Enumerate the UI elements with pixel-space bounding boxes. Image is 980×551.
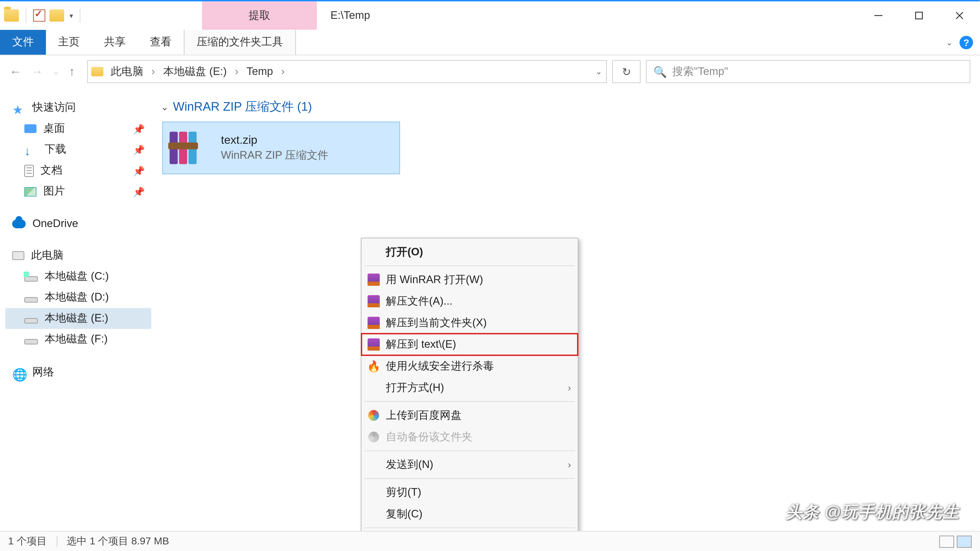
new-folder-icon[interactable] xyxy=(49,10,64,22)
sidebar-item-network[interactable]: 🌐网络 xyxy=(5,362,151,383)
properties-icon[interactable] xyxy=(33,10,45,22)
sidebar-item-desktop[interactable]: 桌面📌 xyxy=(5,118,151,139)
tab-file[interactable]: 文件 xyxy=(0,30,46,55)
content-pane[interactable]: ⌄ WinRAR ZIP 压缩文件 (1) text.zip WinRAR ZI… xyxy=(157,88,980,531)
drive-icon xyxy=(24,297,38,302)
menu-open-with[interactable]: 打开方式(H)› xyxy=(362,377,578,399)
sidebar-item-this-pc[interactable]: 此电脑 xyxy=(5,245,151,266)
folder-icon xyxy=(88,67,107,76)
maximize-button[interactable] xyxy=(899,2,939,30)
address-bar[interactable]: 此电脑 本地磁盘 (E:) Temp ⌄ xyxy=(87,60,607,83)
address-dropdown-icon[interactable]: ⌄ xyxy=(595,67,602,76)
sidebar-label: 下载 xyxy=(45,143,66,157)
menu-open-with-winrar[interactable]: 用 WinRAR 打开(W) xyxy=(362,269,578,291)
up-button[interactable]: ↑ xyxy=(69,64,75,79)
history-dropdown-icon[interactable]: ⌄ xyxy=(52,67,59,76)
search-box[interactable]: 🔍 搜索"Temp" xyxy=(646,60,970,83)
menu-copy[interactable]: 复制(C) xyxy=(362,503,578,525)
ribbon-tabs: 文件 主页 共享 查看 压缩的文件夹工具 ⌄ ? xyxy=(0,30,980,56)
winrar-icon xyxy=(367,294,380,308)
menu-open[interactable]: 打开(O) xyxy=(362,241,578,263)
window-title: E:\Temp xyxy=(317,2,858,30)
menu-extract-here[interactable]: 解压到当前文件夹(X) xyxy=(362,312,578,333)
sidebar-item-drive-f[interactable]: 本地磁盘 (F:) xyxy=(5,329,151,350)
sidebar-item-drive-c[interactable]: 本地磁盘 (C:) xyxy=(5,266,151,287)
tab-compressed-tools[interactable]: 压缩的文件夹工具 xyxy=(184,30,296,55)
back-button[interactable]: ← xyxy=(10,64,22,79)
sidebar-label: 文档 xyxy=(40,164,62,178)
menu-label: 使用火绒安全进行杀毒 xyxy=(386,359,494,373)
menu-label: 自动备份该文件夹 xyxy=(386,430,473,444)
sidebar-label: 图片 xyxy=(43,184,65,198)
group-header[interactable]: ⌄ WinRAR ZIP 压缩文件 (1) xyxy=(161,99,975,115)
menu-auto-backup: 自动备份该文件夹 xyxy=(362,426,578,448)
sidebar-item-drive-e[interactable]: 本地磁盘 (E:) xyxy=(5,308,151,329)
refresh-button[interactable]: ↻ xyxy=(612,60,641,83)
status-selection: 选中 1 个项目 8.97 MB xyxy=(67,535,169,548)
sidebar-label: 快速访问 xyxy=(32,101,76,115)
tab-share[interactable]: 共享 xyxy=(92,30,138,55)
collapse-ribbon-icon[interactable]: ⌄ xyxy=(946,38,953,47)
status-item-count: 1 个项目 xyxy=(8,535,47,548)
pin-icon: 📌 xyxy=(133,165,145,176)
sidebar-label: 桌面 xyxy=(43,121,65,136)
sidebar-item-onedrive[interactable]: OneDrive xyxy=(5,214,151,233)
tiles-view-icon[interactable] xyxy=(957,535,972,548)
contextual-tab-extract[interactable]: 提取 xyxy=(202,2,317,30)
file-item-selected[interactable]: text.zip WinRAR ZIP 压缩文件 xyxy=(162,121,400,174)
drive-icon xyxy=(24,318,38,323)
quick-access-toolbar: ▾ xyxy=(0,2,87,30)
help-icon[interactable]: ? xyxy=(959,35,973,49)
search-placeholder: 搜索"Temp" xyxy=(672,64,728,79)
menu-label: 上传到百度网盘 xyxy=(386,408,461,422)
details-view-icon[interactable] xyxy=(939,535,954,548)
sidebar-label: 此电脑 xyxy=(31,249,64,263)
folder-icon[interactable] xyxy=(4,10,19,22)
qat-dropdown-icon[interactable]: ▾ xyxy=(70,12,73,19)
sidebar-label: 网络 xyxy=(32,365,54,380)
breadcrumb[interactable]: Temp xyxy=(243,66,289,78)
menu-extract-to-folder[interactable]: 解压到 text\(E) xyxy=(362,333,578,355)
menu-extract-files[interactable]: 解压文件(A)... xyxy=(362,291,578,312)
forward-button[interactable]: → xyxy=(31,64,43,79)
breadcrumb[interactable]: 此电脑 xyxy=(107,64,159,79)
menu-label: 打开方式(H) xyxy=(386,381,444,395)
watermark: 头条 @玩手机的张先生 xyxy=(786,501,959,522)
menu-label: 用 WinRAR 打开(W) xyxy=(386,273,483,287)
separator xyxy=(364,527,575,528)
menu-label: 解压到当前文件夹(X) xyxy=(386,316,487,330)
sidebar-label: 本地磁盘 (C:) xyxy=(45,269,109,284)
minimize-button[interactable] xyxy=(858,2,899,30)
sidebar-item-quick-access[interactable]: ★快速访问 xyxy=(5,97,151,118)
separator xyxy=(364,401,575,402)
pin-icon: 📌 xyxy=(133,144,145,155)
separator xyxy=(26,8,27,23)
sidebar-item-pictures[interactable]: 图片📌 xyxy=(5,181,151,202)
sidebar-item-drive-d[interactable]: 本地磁盘 (D:) xyxy=(5,287,151,308)
submenu-arrow-icon: › xyxy=(568,459,571,470)
pc-icon xyxy=(12,251,24,260)
title-bar: ▾ 提取 E:\Temp xyxy=(0,2,980,30)
window-controls xyxy=(858,2,980,30)
download-icon: ↓ xyxy=(24,144,38,155)
separator xyxy=(80,8,80,23)
separator xyxy=(364,265,575,266)
breadcrumb[interactable]: 本地磁盘 (E:) xyxy=(159,64,243,79)
separator xyxy=(364,451,575,451)
navigation-row: ← → ⌄ ↑ 此电脑 本地磁盘 (E:) Temp ⌄ ↻ 🔍 搜索"Temp… xyxy=(0,56,980,88)
sidebar-item-documents[interactable]: 文档📌 xyxy=(5,160,151,181)
document-icon xyxy=(24,165,34,177)
tab-home[interactable]: 主页 xyxy=(46,30,92,55)
tab-view[interactable]: 查看 xyxy=(138,30,184,55)
sidebar-label: 本地磁盘 (D:) xyxy=(45,291,109,305)
drive-icon xyxy=(24,276,38,281)
menu-upload-baidu[interactable]: 上传到百度网盘 xyxy=(362,405,578,426)
sidebar-item-downloads[interactable]: ↓下载📌 xyxy=(5,139,151,160)
close-button[interactable] xyxy=(939,2,980,30)
pin-icon: 📌 xyxy=(133,123,145,134)
desktop-icon xyxy=(24,124,37,133)
menu-huorong-scan[interactable]: 🔥使用火绒安全进行杀毒 xyxy=(362,355,578,377)
menu-cut[interactable]: 剪切(T) xyxy=(362,481,578,503)
menu-label: 发送到(N) xyxy=(386,458,433,472)
menu-send-to[interactable]: 发送到(N)› xyxy=(362,454,578,475)
